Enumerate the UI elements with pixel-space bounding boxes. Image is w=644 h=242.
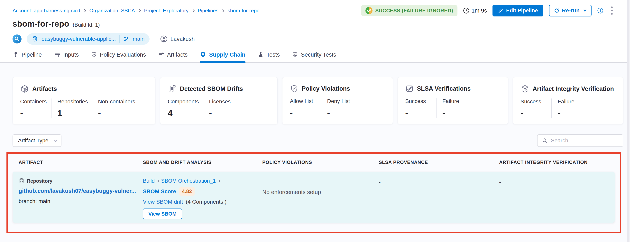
- chevron-right-icon: [222, 9, 224, 12]
- pill-divider: [120, 35, 120, 43]
- vertical-divider: [155, 34, 155, 44]
- breadcrumb-pipelines[interactable]: Pipelines: [198, 8, 218, 14]
- components-count: (4 Components ): [186, 199, 227, 205]
- header-actions: SUCCESS (FAILURE IGNORED) 1m 9s: [361, 5, 615, 16]
- more-options-menu[interactable]: [609, 5, 615, 16]
- stat-containers: Containers -: [20, 98, 50, 118]
- artifact-branch: branch: main: [18, 198, 134, 204]
- sbom-score-link[interactable]: SBOM Score: [143, 188, 176, 194]
- flask-icon: [258, 52, 264, 58]
- column-header-artifact: ARTIFACT: [13, 160, 137, 165]
- artifacts-card: Artifacts Containers - Repositories 1: [12, 77, 156, 124]
- success-warning-icon: [366, 7, 372, 14]
- breadcrumb-current-pipeline[interactable]: sbom-for-repo: [228, 8, 259, 14]
- artifact-integrity-card: Artifact Integrity Verification Success …: [513, 77, 623, 124]
- status-badge-label: SUCCESS (FAILURE IGNORED): [375, 8, 453, 14]
- user-name: Lavakush: [170, 36, 194, 42]
- search-input[interactable]: [551, 138, 622, 144]
- stat-label: Success: [405, 98, 432, 104]
- edit-pipeline-button[interactable]: Edit Pipeline: [492, 5, 544, 16]
- supply-chain-shield-icon: [200, 51, 206, 58]
- stat-value: -: [98, 108, 135, 118]
- table-row[interactable]: Repository github.com/lavakush07/easybug…: [13, 172, 615, 222]
- chevron-right-icon: [218, 180, 220, 182]
- tab-pipeline[interactable]: Pipeline: [12, 51, 42, 62]
- breadcrumb-row: Account: app-harness-ng-cicd Organizatio…: [0, 0, 627, 16]
- user-avatar-icon: [160, 35, 168, 43]
- tab-inputs[interactable]: Inputs: [54, 51, 79, 62]
- artifact-type-select[interactable]: Artifact Type: [12, 134, 62, 147]
- sbom-drift-cell: Build SBOM Orchestration_1 SBOM Score 4.…: [137, 172, 256, 222]
- repository-icon: [18, 178, 24, 184]
- table-header: ARTIFACT SBOM AND DRIFT ANALYSIS POLICY …: [13, 160, 615, 165]
- triggered-by-user: Lavakush: [160, 35, 194, 43]
- slsa-verifications-card: SLSA Verifications Success - Failure -: [398, 77, 508, 124]
- card-title: SLSA Verifications: [417, 85, 471, 92]
- artifact-cell: Repository github.com/lavakush07/easybug…: [13, 172, 137, 222]
- tab-bar: Pipeline Inputs: [0, 45, 627, 63]
- stat-label: Components: [168, 98, 199, 105]
- breadcrumb-project[interactable]: Project: Exploratory: [144, 8, 188, 14]
- slsa-provenance-value: -: [379, 179, 490, 186]
- stat-divider: [51, 98, 52, 118]
- artifact-type-label: Artifact Type: [18, 138, 48, 144]
- sbom-score-badge: 4.82: [179, 187, 195, 196]
- title-row: sbom-for-repo (Build Id: 1): [0, 16, 627, 28]
- chevron-down-icon: [54, 138, 58, 142]
- scrollbar[interactable]: [627, 0, 630, 242]
- column-header-artifact-integrity: ARTIFACT INTEGRITY VERIFICATION: [493, 160, 615, 165]
- tab-tests[interactable]: Tests: [258, 51, 280, 62]
- page-title: sbom-for-repo: [12, 19, 69, 28]
- tab-label: Inputs: [63, 52, 79, 58]
- inputs-icon: [54, 51, 60, 58]
- stat-non-containers: Non-containers -: [98, 98, 138, 118]
- breadcrumb-account[interactable]: Account: app-harness-ng-cicd: [12, 8, 80, 14]
- stat-label: Repositories: [57, 98, 88, 105]
- duration-value: 1m 9s: [472, 8, 487, 14]
- rerun-button[interactable]: Re-run: [549, 5, 592, 16]
- tab-security-tests[interactable]: Security Tests: [292, 51, 336, 62]
- tab-supply-chain[interactable]: Supply Chain: [200, 51, 245, 62]
- slsa-provenance-cell: -: [373, 172, 493, 222]
- stat-divider: [552, 98, 552, 118]
- stat-repositories: Repositories 1: [57, 98, 90, 118]
- tab-label: Security Tests: [301, 52, 336, 58]
- artifacts-list-icon: [158, 52, 164, 58]
- tab-label: Supply Chain: [209, 52, 245, 58]
- breadcrumb-organization[interactable]: Organization: SSCA: [89, 8, 135, 14]
- stat-value: -: [209, 108, 236, 118]
- stat-value: -: [20, 108, 47, 118]
- cube-icon: [520, 84, 530, 94]
- tab-artifacts[interactable]: Artifacts: [158, 51, 188, 62]
- stage-link[interactable]: Build: [143, 178, 155, 184]
- view-sbom-button[interactable]: View SBOM: [143, 208, 182, 219]
- artifact-repo-link[interactable]: github.com/lavakush07/easybuggy-vulner..…: [18, 188, 134, 194]
- duration: 1m 9s: [463, 7, 487, 14]
- branch-name-link[interactable]: main: [133, 36, 145, 42]
- stat-value: -: [405, 108, 432, 118]
- page-gutter: [630, 0, 644, 242]
- repo-name-link[interactable]: easybuggy-vulnerable-applic...: [42, 36, 116, 42]
- slsa-icon: [405, 84, 414, 93]
- execution-breadcrumb: Build SBOM Orchestration_1: [143, 178, 253, 184]
- policy-violations-value: No enforcements setup: [262, 189, 370, 196]
- search-icon: [542, 138, 548, 144]
- stat-label: Licenses: [209, 98, 236, 105]
- info-icon[interactable]: [597, 7, 604, 14]
- tab-label: Policy Evaluations: [100, 52, 146, 58]
- tab-label: Pipeline: [22, 52, 42, 58]
- card-title: Policy Violations: [302, 85, 350, 92]
- sbom-scroll-icon: [168, 84, 177, 94]
- stat-integrity-success: Success -: [520, 98, 550, 118]
- stat-divider: [203, 98, 203, 118]
- stat-licenses: Licenses -: [209, 98, 238, 118]
- stat-slsa-failure: Failure -: [442, 98, 472, 118]
- view-sbom-drift-link[interactable]: View SBOM drift: [143, 199, 183, 205]
- step-link[interactable]: SBOM Orchestration_1: [161, 178, 216, 184]
- stat-value: 1: [57, 108, 88, 118]
- column-header-policy-violations: POLICY VIOLATIONS: [256, 160, 373, 165]
- tab-policy-evaluations[interactable]: Policy Evaluations: [91, 51, 146, 62]
- stat-divider: [92, 98, 92, 118]
- trigger-webhook-icon: [12, 34, 22, 44]
- tab-label: Artifacts: [167, 52, 188, 58]
